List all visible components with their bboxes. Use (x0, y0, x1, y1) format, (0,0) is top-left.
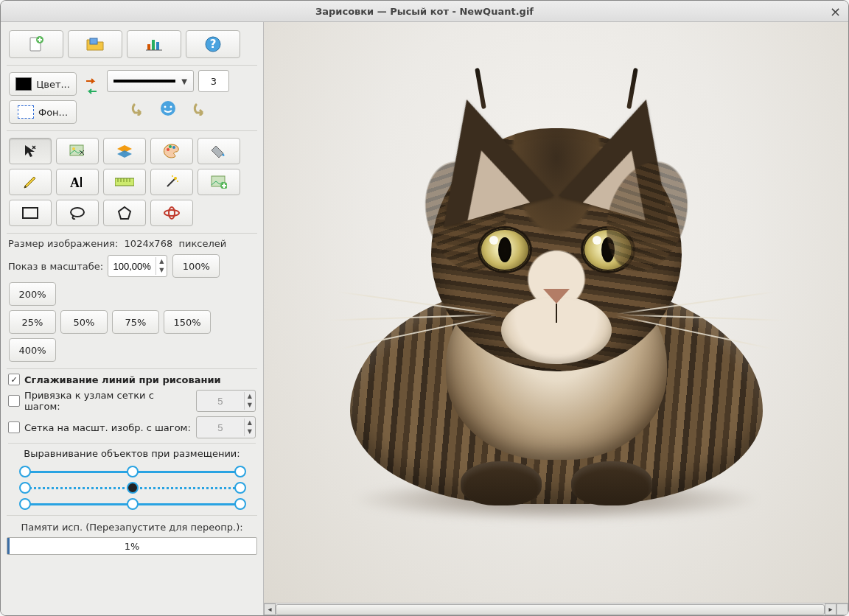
zoom-preset-50[interactable]: 50% (60, 310, 108, 334)
polygon-icon (117, 206, 132, 220)
grid-show-value (197, 421, 244, 434)
image-size-label: Размер изображения: (8, 238, 118, 249)
memory-progressbar[interactable]: 1% (7, 537, 257, 555)
alignment-section: Выравнивание объектов при размещении: (8, 443, 256, 509)
svg-rect-4 (152, 40, 155, 50)
zoom-preset-75[interactable]: 75% (112, 310, 159, 334)
chart-button[interactable] (127, 30, 181, 58)
palette-icon (164, 144, 180, 158)
text-icon: A (70, 175, 85, 189)
undo-button[interactable] (129, 101, 147, 116)
left-panel: ? Цвет... Фон... (1, 22, 264, 615)
scroll-right-icon[interactable]: ▸ (825, 603, 836, 615)
new-file-icon (28, 36, 44, 52)
svg-rect-2 (90, 38, 97, 44)
checkbox-empty-icon (8, 395, 20, 407)
face-button[interactable] (160, 100, 176, 116)
window-title: Зарисовки — Рысый кот - NewQuant.gif (315, 6, 534, 17)
svg-point-13 (72, 147, 75, 150)
line-style-dropdown[interactable]: ▼ (107, 70, 194, 92)
svg-point-34 (169, 207, 175, 219)
svg-point-16 (172, 146, 175, 149)
svg-text:A: A (70, 175, 80, 189)
svg-point-11 (170, 106, 172, 108)
lasso-icon (69, 206, 85, 220)
grid-show-label: Сетка на масшт. изобр. с шагом: (24, 422, 191, 433)
tool-polygon[interactable] (103, 200, 146, 226)
new-file-button[interactable] (9, 30, 63, 58)
svg-point-26 (177, 181, 178, 182)
main-toolbar: ? (7, 28, 257, 60)
rect-icon (22, 207, 38, 219)
canvas-viewport[interactable] (264, 22, 848, 603)
line-width-input[interactable]: 3 (198, 70, 229, 92)
zoom-preset-150[interactable]: 150% (164, 310, 211, 334)
svg-rect-30 (23, 208, 38, 218)
svg-point-9 (161, 101, 175, 116)
open-file-button[interactable] (68, 30, 122, 58)
tool-grid: A (7, 136, 257, 228)
help-icon: ? (205, 36, 221, 52)
horizontal-scrollbar[interactable]: ◂ ▸ (264, 603, 848, 615)
checkbox-empty-icon (8, 421, 20, 433)
svg-rect-12 (70, 145, 83, 155)
tool-select-image[interactable] (56, 138, 99, 164)
svg-point-31 (71, 208, 84, 217)
chevron-down-icon: ▼ (181, 77, 187, 85)
tool-select-arrow[interactable] (9, 138, 52, 164)
memory-percent: 1% (7, 538, 256, 554)
svg-marker-32 (119, 207, 130, 219)
tool-text[interactable]: A (56, 169, 99, 195)
close-icon[interactable]: × (830, 4, 841, 19)
zoom-preset-400[interactable]: 400% (9, 338, 56, 362)
redo-button[interactable] (189, 101, 207, 116)
spin-up-icon[interactable]: ▲ (156, 257, 167, 266)
cursor-icon (23, 144, 38, 158)
svg-point-10 (164, 106, 167, 108)
svg-rect-5 (156, 42, 159, 50)
grid-snap-checkbox[interactable]: Привязка к узлам сетки с шагом: ▲▼ (8, 390, 256, 412)
canvas-area: ◂ ▸ (264, 22, 848, 615)
svg-point-27 (172, 175, 173, 177)
zoom-preset-200[interactable]: 200% (9, 282, 56, 306)
tool-ruler[interactable] (103, 169, 146, 195)
svg-point-14 (167, 148, 170, 151)
tool-palette[interactable] (150, 138, 193, 164)
black-swatch-icon (15, 77, 32, 91)
tool-layers[interactable] (103, 138, 146, 164)
zoom-spinner[interactable]: ▲▼ (108, 255, 167, 277)
spin-down-icon[interactable]: ▼ (156, 266, 167, 275)
tool-pencil[interactable] (9, 169, 52, 195)
foreground-color-button[interactable]: Цвет... (9, 72, 77, 96)
tool-mesh[interactable] (150, 200, 193, 226)
background-color-button[interactable]: Фон... (9, 100, 77, 124)
crop-image-icon (211, 175, 227, 189)
wand-icon (164, 175, 179, 189)
zoom-preset-100[interactable]: 100% (172, 254, 220, 278)
svg-point-15 (169, 145, 172, 148)
tool-lasso[interactable] (56, 200, 99, 226)
alignment-widget[interactable] (11, 465, 253, 509)
scroll-left-icon[interactable]: ◂ (264, 603, 276, 615)
tool-crop-image[interactable] (198, 169, 240, 195)
scroll-thumb[interactable] (276, 604, 825, 615)
grid-show-checkbox[interactable]: Сетка на масшт. изобр. с шагом: ▲▼ (8, 416, 256, 438)
face-icon (160, 100, 176, 116)
antialias-checkbox[interactable]: ✓ Сглаживание линий при рисовании (8, 374, 256, 385)
line-preview-icon (113, 80, 175, 83)
resize-grip-icon[interactable] (836, 603, 848, 615)
tool-rectangle[interactable] (9, 200, 52, 226)
antialias-label: Сглаживание линий при рисовании (24, 374, 221, 385)
swap-icon (83, 75, 99, 97)
layers-icon (116, 144, 133, 158)
alignment-title: Выравнивание объектов при размещении: (8, 448, 256, 459)
swap-colors-button[interactable] (82, 70, 101, 102)
svg-point-33 (164, 210, 179, 216)
help-button[interactable]: ? (186, 30, 240, 58)
zoom-preset-25[interactable]: 25% (9, 310, 56, 334)
svg-text:?: ? (210, 38, 217, 51)
tool-fill[interactable] (198, 138, 240, 164)
tool-wand[interactable] (150, 169, 193, 195)
cat-illustration (291, 77, 822, 548)
zoom-value[interactable] (108, 260, 156, 273)
